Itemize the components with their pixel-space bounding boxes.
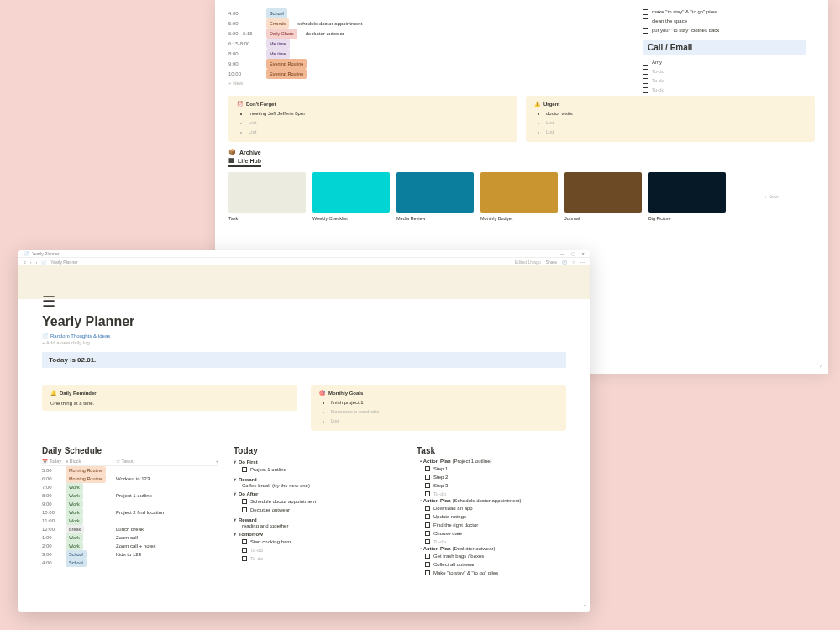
list-item[interactable]: meeting Jeff Jefferis 8pm [249, 109, 509, 118]
table-row[interactable]: 9:00 Work [42, 500, 218, 508]
gallery-card[interactable]: Weekly Checklist [312, 172, 390, 221]
checkbox-row[interactable]: To-do [425, 538, 566, 546]
row-block[interactable]: Work [66, 542, 116, 550]
table-row[interactable]: 7:00 Work [42, 483, 218, 491]
more-icon[interactable]: ⋯ [580, 260, 585, 265]
checkbox-row[interactable]: Step 3 [425, 481, 566, 490]
row-block[interactable]: Work [66, 483, 116, 491]
page-title[interactable]: Yearly Planner [42, 314, 566, 329]
call-item[interactable]: To-do [643, 67, 806, 76]
checkbox-icon[interactable] [643, 69, 648, 75]
checkbox-icon[interactable] [643, 18, 648, 24]
action-plan-title[interactable]: Action Plan (Schedule doctor appointment… [420, 498, 566, 503]
schedule-block-tag[interactable]: Me time [266, 39, 290, 49]
clock-icon[interactable]: 🕑 [562, 260, 567, 265]
gallery-card[interactable]: Journal [564, 172, 642, 221]
list-item[interactable]: List [331, 417, 558, 426]
checkbox-icon[interactable] [242, 548, 247, 553]
schedule-block-tag[interactable]: School [266, 8, 287, 18]
checkbox-icon[interactable] [643, 78, 648, 84]
table-row[interactable]: 11:00 Work [42, 517, 218, 525]
table-row[interactable]: 6:00 Morning Routine Workout in 123 [42, 475, 218, 483]
gallery-add-new[interactable]: + New [732, 172, 810, 221]
table-row[interactable]: 8:00 Work Project 1 outline [42, 491, 218, 500]
checkbox-icon[interactable] [425, 522, 430, 528]
nav-back-icon[interactable]: ‹ [30, 260, 32, 265]
checkbox-row[interactable]: Make "to stay" & "to go" piles [425, 569, 566, 577]
list-item[interactable]: Downsize a wardrobe [331, 407, 558, 417]
close-icon[interactable]: ✕ [581, 251, 585, 256]
checkbox-row[interactable]: To-do [425, 490, 566, 498]
page-icon[interactable]: ☰ [42, 292, 566, 311]
checkbox-row[interactable]: Start cooking ham [242, 538, 402, 546]
gallery-card[interactable]: Monthly Budget [480, 172, 558, 221]
checkbox-icon[interactable] [643, 9, 648, 15]
checkbox-icon[interactable] [425, 562, 430, 567]
checkbox-row[interactable]: Declutter outwear [242, 506, 402, 514]
list-item[interactable]: List [249, 118, 509, 128]
schedule-block-tag[interactable]: Evening Routine [266, 59, 307, 69]
row-block[interactable]: Work [66, 500, 116, 508]
table-row[interactable]: 10:00 Work Project 2 find location [42, 508, 218, 517]
row-block[interactable]: School [66, 550, 116, 559]
toggle[interactable]: Do First [234, 459, 402, 465]
checkbox-icon[interactable] [425, 475, 430, 480]
schedule-block-tag[interactable]: Me time [266, 49, 290, 59]
checkbox-icon[interactable] [425, 506, 430, 511]
minimize-icon[interactable]: — [560, 251, 564, 256]
list-item[interactable]: List [546, 128, 806, 137]
sidebar-toggle-icon[interactable]: ≡ [24, 260, 26, 265]
row-block[interactable]: Work [66, 533, 116, 542]
call-item[interactable]: To-do [643, 86, 806, 95]
checkbox-row[interactable]: Project 1 outline [242, 465, 402, 474]
row-block[interactable]: Work [66, 508, 116, 517]
checkbox-icon[interactable] [425, 531, 430, 536]
checkbox-icon[interactable] [643, 28, 648, 34]
task-checkbox-row[interactable]: put your "to stay" clothes back [643, 26, 806, 35]
table-row[interactable]: 4:00 School [42, 559, 218, 567]
toggle[interactable]: Do After [234, 491, 402, 496]
table-row[interactable]: 5:00 Morning Routine [42, 466, 218, 475]
nav-fwd-icon[interactable]: › [36, 260, 38, 265]
checkbox-icon[interactable] [425, 466, 430, 471]
toggle[interactable]: Reward [234, 517, 402, 522]
row-block[interactable]: Break [66, 525, 116, 533]
list-item[interactable]: finish project 1 [331, 398, 558, 407]
schedule-block-tag[interactable]: Errands [266, 18, 289, 29]
table-row[interactable]: 3:00 School Kids to 123 [42, 550, 218, 559]
checkbox-icon[interactable] [425, 483, 430, 488]
call-item[interactable]: Amy [643, 58, 806, 67]
breadcrumb[interactable]: Yearly Planner [50, 260, 77, 265]
row-block[interactable]: Work [66, 491, 116, 500]
checkbox-icon[interactable] [242, 539, 247, 544]
checkbox-icon[interactable] [242, 499, 247, 504]
checkbox-icon[interactable] [425, 491, 430, 496]
checkbox-icon[interactable] [242, 467, 247, 472]
checkbox-icon[interactable] [425, 539, 430, 544]
checkbox-row[interactable]: Download an app [425, 504, 566, 512]
action-plan-title[interactable]: Action Plan (Declutter outwear) [420, 546, 566, 551]
checkbox-icon[interactable] [425, 514, 430, 519]
ds-add-column[interactable]: + [216, 459, 218, 464]
action-plan-title[interactable]: Action Plan (Project 1 outline) [420, 459, 566, 464]
table-row[interactable]: 1:00 Work Zoom call [42, 533, 218, 542]
task-checkbox-row[interactable]: make "to stay" & "to go" piles [643, 8, 806, 17]
schedule-block-tag[interactable]: Daily Chore [266, 29, 297, 39]
share-button[interactable]: Share [546, 260, 557, 265]
list-item[interactable]: List [546, 118, 806, 128]
toggle[interactable]: Tomorrow [234, 531, 402, 537]
table-row[interactable]: 2:00 Work Zoom call + notes [42, 542, 218, 550]
window-controls[interactable]: — ▢ ✕ [555, 251, 585, 256]
gallery-card[interactable]: Media Review [396, 172, 474, 221]
checkbox-row[interactable]: Choose date [425, 529, 566, 538]
task-checkbox-row[interactable]: clean the space [643, 17, 806, 26]
checkbox-icon[interactable] [643, 87, 648, 93]
call-item[interactable]: To-do [643, 76, 806, 86]
lifehub-section[interactable]: ▦ Life Hub [228, 157, 261, 167]
star-icon[interactable]: ☆ [572, 260, 575, 265]
gallery-card[interactable]: Big Picture [648, 172, 726, 221]
checkbox-row[interactable]: Schedule doctor appointment [242, 497, 402, 506]
checkbox-row[interactable]: Update ratings [425, 512, 566, 521]
checkbox-icon[interactable] [242, 556, 247, 561]
checkbox-row[interactable]: Get trash bags / boxes [425, 552, 566, 560]
